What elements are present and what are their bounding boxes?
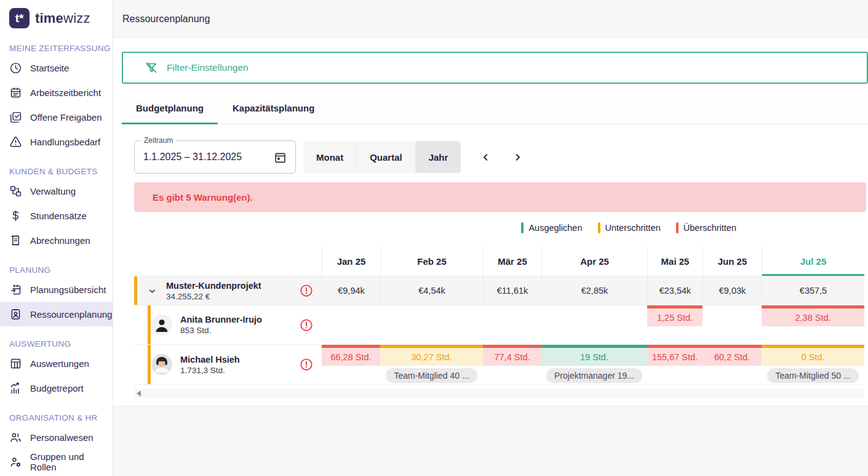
header-name-cell	[134, 247, 322, 276]
member-cell-mar: 77,4 Std.	[483, 345, 541, 385]
role-tag[interactable]: Projektmanager 19...	[546, 368, 642, 383]
sidebar-item-startseite[interactable]: Startseite	[0, 55, 113, 80]
member-name-block: Anita Brunner-Irujo 853 Std.	[180, 314, 262, 336]
sidebar-item-label: Abrechnungen	[30, 235, 90, 246]
hours-block[interactable]: 77,4 Std.	[483, 345, 541, 366]
member-cell-apr: 19 Std.Projektmanager 19...	[541, 345, 647, 385]
sidebar-item-label: Verwaltung	[30, 186, 76, 196]
hours-value: 1,25 Std.	[647, 309, 703, 326]
sidebar-item-offene-freigaben[interactable]: Offene Freigaben	[0, 105, 113, 129]
hours-block[interactable]: 2,38 Std.	[762, 305, 864, 326]
member-hours: 1.731,3 Std.	[180, 365, 240, 376]
project-value-jul[interactable]: €357,5	[762, 276, 864, 305]
project-value-apr[interactable]: €2,85k	[541, 276, 647, 305]
sidebar-item-personalwesen[interactable]: Personalwesen	[0, 425, 113, 450]
project-value-mar[interactable]: €11,61k	[483, 276, 541, 305]
table-header-row: Jan 25 Feb 25 Mär 25 Apr 25 Mai 25 Jun 2…	[134, 247, 864, 276]
member-name-cell[interactable]: Michael Hsieh 1.731,3 Std.	[134, 345, 322, 385]
dollar-icon	[9, 209, 22, 222]
sidebar-item-arbeitszeitbericht[interactable]: Arbeitszeitbericht	[0, 80, 113, 105]
month-header-jul-current[interactable]: Jul 25	[762, 247, 864, 276]
member-cell-feb	[380, 305, 483, 345]
legend-under-label: Unterschritten	[605, 223, 661, 233]
sidebar-item-stundensaetze[interactable]: Stundensätze	[0, 203, 113, 228]
project-warning-icon[interactable]	[300, 284, 313, 297]
chevron-right-icon	[513, 153, 522, 162]
alert-circle-icon	[300, 284, 313, 297]
sidebar-item-gruppen-rollen[interactable]: Gruppen und Rollen	[0, 450, 113, 474]
hours-value: 155,67 Std.	[647, 348, 703, 366]
sidebar-item-label: Arbeitszeitbericht	[30, 87, 101, 98]
invoice-icon	[9, 234, 22, 247]
table-icon	[9, 357, 22, 370]
project-value-mai[interactable]: €23,54k	[647, 276, 703, 305]
people-icon	[9, 431, 22, 444]
hours-block[interactable]: 0 Std.	[762, 345, 864, 366]
hours-value: 66,28 Std.	[322, 348, 380, 366]
sidebar-item-ressourcenplanung[interactable]: Ressourcenplanung	[0, 302, 113, 326]
sidebar-item-auswertungen[interactable]: Auswertungen	[0, 351, 113, 376]
member-name-cell[interactable]: Anita Brunner-Irujo 853 Std.	[134, 305, 322, 345]
sidebar-item-verwaltung[interactable]: Verwaltung	[0, 179, 113, 203]
sidebar: t* timewizz MEINE ZEITERFASSUNG Startsei…	[0, 0, 113, 476]
sidebar-item-planungsuebersicht[interactable]: Planungsübersicht	[0, 277, 113, 302]
role-tag[interactable]: Team-Mitglied 40 ...	[386, 368, 477, 383]
tab-kapazitaetsplanung[interactable]: Kapazitätsplanung	[218, 101, 328, 124]
role-tag[interactable]: Team-Mitglied 50 ...	[767, 368, 858, 383]
horizontal-scrollbar[interactable]	[134, 389, 864, 398]
project-value-jan[interactable]: €9,94k	[322, 276, 380, 305]
month-header-jan[interactable]: Jan 25	[322, 247, 380, 276]
project-name-cell[interactable]: Muster-Kundenprojekt 34.255,22 €	[134, 276, 322, 305]
sidebar-item-budgetreport[interactable]: Budgetreport	[0, 376, 113, 400]
period-button-group: Monat Quartal Jahr	[303, 141, 461, 173]
hours-block[interactable]: 1,25 Std.	[647, 305, 703, 326]
project-value-jun[interactable]: €9,03k	[703, 276, 762, 305]
scroll-left-icon[interactable]	[137, 390, 141, 397]
person-silhouette-icon	[151, 315, 172, 336]
sidebar-item-abrechnungen[interactable]: Abrechnungen	[0, 228, 113, 252]
member-warning-icon[interactable]	[300, 318, 313, 332]
calendar-icon[interactable]	[274, 151, 287, 164]
page-background-filler	[113, 406, 868, 476]
month-header-jun[interactable]: Jun 25	[703, 247, 762, 276]
next-period-button[interactable]	[511, 150, 525, 164]
member-cell-feb: 30,27 Std.Team-Mitglied 40 ...	[380, 345, 483, 385]
sidebar-item-label: Stundensätze	[30, 211, 87, 221]
sidebar-section-planung: PLANUNG	[0, 265, 113, 275]
member-cell-jan: 66,28 Std.	[322, 345, 380, 385]
avatar	[151, 354, 172, 375]
sidebar-item-handlungsbedarf[interactable]: Handlungsbedarf	[0, 129, 113, 154]
previous-period-button[interactable]	[479, 150, 493, 164]
tab-budgetplanung[interactable]: Budgetplanung	[122, 101, 218, 124]
hours-block[interactable]: 19 Std.	[541, 345, 647, 366]
zeitraum-field[interactable]: Zeitraum 1.1.2025 – 31.12.2025	[134, 140, 296, 174]
hours-block[interactable]: 155,67 Std.	[647, 345, 703, 366]
hours-block[interactable]: 66,28 Std.	[322, 345, 380, 366]
sidebar-item-label: Handlungsbedarf	[30, 137, 100, 147]
month-header-feb[interactable]: Feb 25	[380, 247, 483, 276]
quartal-button[interactable]: Quartal	[356, 141, 415, 173]
filter-settings-button[interactable]: Filter-Einstellungen	[122, 52, 868, 84]
sidebar-item-label: Gruppen und Rollen	[30, 451, 113, 472]
project-value-feb[interactable]: €4,54k	[380, 276, 483, 305]
monat-button[interactable]: Monat	[303, 141, 356, 173]
month-header-mai[interactable]: Mai 25	[647, 247, 703, 276]
app-logo[interactable]: t* timewizz	[0, 0, 113, 31]
member-name: Anita Brunner-Irujo	[180, 314, 262, 325]
project-name: Muster-Kundenprojekt	[166, 280, 261, 291]
filter-settings-label: Filter-Einstellungen	[167, 62, 249, 73]
collapse-project-button[interactable]	[146, 285, 158, 297]
hours-block[interactable]: 60,2 Std.	[703, 345, 762, 366]
member-photo	[151, 354, 172, 375]
project-budget: 34.255,22 €	[166, 291, 261, 302]
month-header-mar[interactable]: Mär 25	[483, 247, 541, 276]
hours-block[interactable]: 30,27 Std.	[380, 345, 483, 366]
project-status-bar	[134, 276, 137, 305]
legend-over: Überschritten	[676, 222, 736, 233]
jahr-button[interactable]: Jahr	[415, 141, 461, 173]
member-warning-icon[interactable]	[300, 358, 313, 371]
month-header-apr[interactable]: Apr 25	[541, 247, 647, 276]
member-row-anita: Anita Brunner-Irujo 853 Std. 1,25 Std.	[134, 305, 864, 345]
main-area: Ressourcenplanung Filter-Einstellungen B…	[113, 0, 868, 476]
alert-circle-icon	[300, 358, 313, 371]
